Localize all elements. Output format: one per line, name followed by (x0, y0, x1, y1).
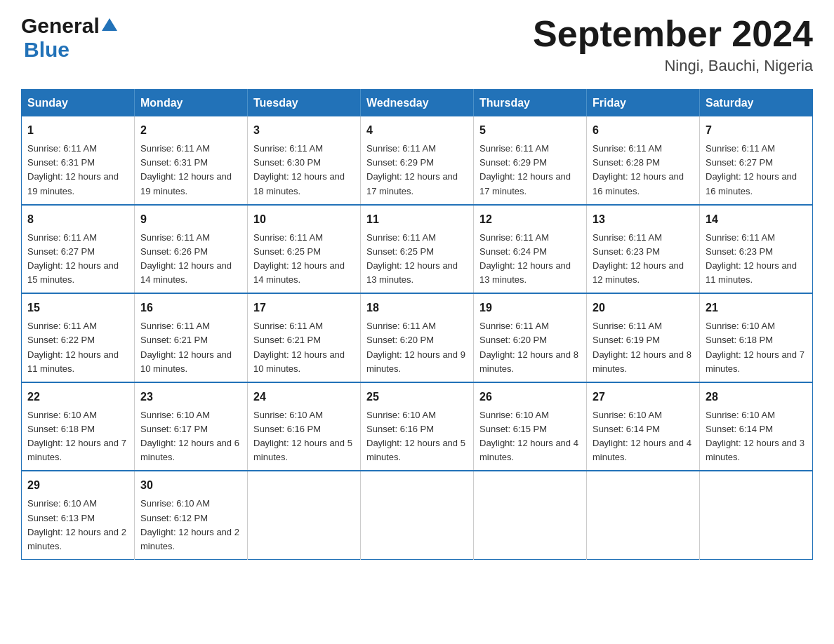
day-number: 7 (706, 122, 807, 139)
table-row: 22Sunrise: 6:10 AMSunset: 6:18 PMDayligh… (22, 382, 135, 471)
day-info: Sunrise: 6:11 AMSunset: 6:20 PMDaylight:… (479, 321, 578, 373)
calendar-table: Sunday Monday Tuesday Wednesday Thursday… (21, 89, 813, 560)
day-number: 26 (479, 389, 581, 405)
day-number: 21 (706, 300, 807, 316)
day-info: Sunrise: 6:10 AMSunset: 6:17 PMDaylight:… (140, 410, 239, 462)
day-info: Sunrise: 6:10 AMSunset: 6:15 PMDaylight:… (479, 410, 578, 462)
day-number: 2 (140, 122, 241, 139)
svg-marker-0 (102, 18, 117, 31)
table-row: 24Sunrise: 6:10 AMSunset: 6:16 PMDayligh… (248, 382, 361, 471)
table-row: 29Sunrise: 6:10 AMSunset: 6:13 PMDayligh… (22, 471, 135, 559)
day-info: Sunrise: 6:11 AMSunset: 6:31 PMDaylight:… (140, 143, 232, 196)
calendar-week-row: 15Sunrise: 6:11 AMSunset: 6:22 PMDayligh… (22, 293, 813, 382)
day-number: 15 (27, 300, 128, 316)
day-number: 20 (593, 300, 694, 316)
day-info: Sunrise: 6:11 AMSunset: 6:23 PMDaylight:… (593, 232, 684, 285)
table-row (700, 471, 813, 559)
day-info: Sunrise: 6:10 AMSunset: 6:12 PMDaylight:… (140, 498, 239, 551)
table-row: 14Sunrise: 6:11 AMSunset: 6:23 PMDayligh… (700, 205, 813, 294)
day-info: Sunrise: 6:10 AMSunset: 6:18 PMDaylight:… (706, 321, 805, 373)
day-number: 3 (253, 122, 355, 139)
day-number: 9 (140, 211, 241, 228)
header-saturday: Saturday (700, 90, 813, 117)
day-number: 27 (593, 389, 694, 405)
table-row: 25Sunrise: 6:10 AMSunset: 6:16 PMDayligh… (361, 382, 474, 471)
header-wednesday: Wednesday (361, 90, 474, 117)
day-info: Sunrise: 6:11 AMSunset: 6:23 PMDaylight:… (706, 232, 797, 285)
table-row: 13Sunrise: 6:11 AMSunset: 6:23 PMDayligh… (587, 205, 700, 294)
table-row: 20Sunrise: 6:11 AMSunset: 6:19 PMDayligh… (587, 293, 700, 382)
day-info: Sunrise: 6:10 AMSunset: 6:13 PMDaylight:… (27, 498, 126, 551)
table-row: 19Sunrise: 6:11 AMSunset: 6:20 PMDayligh… (474, 293, 587, 382)
table-row (587, 471, 700, 559)
table-row: 12Sunrise: 6:11 AMSunset: 6:24 PMDayligh… (474, 205, 587, 294)
header-tuesday: Tuesday (248, 90, 361, 117)
calendar-title: September 2024 (533, 14, 813, 54)
day-info: Sunrise: 6:11 AMSunset: 6:20 PMDaylight:… (366, 321, 465, 373)
day-number: 14 (706, 211, 807, 228)
header-sunday: Sunday (22, 90, 135, 117)
day-number: 23 (140, 389, 241, 405)
calendar-location: Ningi, Bauchi, Nigeria (533, 57, 813, 75)
table-row: 15Sunrise: 6:11 AMSunset: 6:22 PMDayligh… (22, 293, 135, 382)
table-row: 27Sunrise: 6:10 AMSunset: 6:14 PMDayligh… (587, 382, 700, 471)
calendar-week-row: 29Sunrise: 6:10 AMSunset: 6:13 PMDayligh… (22, 471, 813, 559)
logo-triangle-icon (102, 18, 117, 34)
header-monday: Monday (135, 90, 248, 117)
day-info: Sunrise: 6:11 AMSunset: 6:22 PMDaylight:… (27, 321, 119, 373)
table-row: 28Sunrise: 6:10 AMSunset: 6:14 PMDayligh… (700, 382, 813, 471)
day-info: Sunrise: 6:11 AMSunset: 6:31 PMDaylight:… (27, 143, 119, 196)
day-number: 30 (140, 477, 241, 494)
day-number: 11 (366, 211, 468, 228)
day-number: 13 (593, 211, 694, 228)
table-row: 6Sunrise: 6:11 AMSunset: 6:28 PMDaylight… (587, 116, 700, 205)
table-row (248, 471, 361, 559)
day-number: 12 (479, 211, 581, 228)
table-row: 10Sunrise: 6:11 AMSunset: 6:25 PMDayligh… (248, 205, 361, 294)
calendar-week-row: 8Sunrise: 6:11 AMSunset: 6:27 PMDaylight… (22, 205, 813, 294)
day-number: 8 (27, 211, 128, 228)
table-row (474, 471, 587, 559)
table-row: 3Sunrise: 6:11 AMSunset: 6:30 PMDaylight… (248, 116, 361, 205)
day-info: Sunrise: 6:11 AMSunset: 6:29 PMDaylight:… (479, 143, 571, 196)
calendar-week-row: 1Sunrise: 6:11 AMSunset: 6:31 PMDaylight… (22, 116, 813, 205)
table-row: 30Sunrise: 6:10 AMSunset: 6:12 PMDayligh… (135, 471, 248, 559)
table-row: 17Sunrise: 6:11 AMSunset: 6:21 PMDayligh… (248, 293, 361, 382)
page-header: General Blue September 2024 Ningi, Bauch… (21, 14, 813, 75)
header-thursday: Thursday (474, 90, 587, 117)
logo-blue-text: Blue (24, 38, 70, 61)
table-row: 7Sunrise: 6:11 AMSunset: 6:27 PMDaylight… (700, 116, 813, 205)
calendar-header-row: Sunday Monday Tuesday Wednesday Thursday… (22, 90, 813, 117)
day-info: Sunrise: 6:11 AMSunset: 6:24 PMDaylight:… (479, 232, 571, 285)
day-number: 1 (27, 122, 128, 139)
table-row: 2Sunrise: 6:11 AMSunset: 6:31 PMDaylight… (135, 116, 248, 205)
day-number: 29 (27, 477, 128, 494)
day-number: 18 (366, 300, 468, 316)
day-info: Sunrise: 6:10 AMSunset: 6:16 PMDaylight:… (366, 410, 465, 462)
table-row: 8Sunrise: 6:11 AMSunset: 6:27 PMDaylight… (22, 205, 135, 294)
day-number: 22 (27, 389, 128, 405)
day-number: 19 (479, 300, 581, 316)
day-number: 16 (140, 300, 241, 316)
table-row (361, 471, 474, 559)
day-info: Sunrise: 6:11 AMSunset: 6:28 PMDaylight:… (593, 143, 684, 196)
table-row: 1Sunrise: 6:11 AMSunset: 6:31 PMDaylight… (22, 116, 135, 205)
day-info: Sunrise: 6:11 AMSunset: 6:30 PMDaylight:… (253, 143, 345, 196)
day-info: Sunrise: 6:11 AMSunset: 6:25 PMDaylight:… (253, 232, 345, 285)
logo: General Blue (21, 14, 117, 62)
day-info: Sunrise: 6:11 AMSunset: 6:27 PMDaylight:… (27, 232, 119, 285)
day-info: Sunrise: 6:11 AMSunset: 6:27 PMDaylight:… (706, 143, 797, 196)
day-number: 25 (366, 389, 468, 405)
day-number: 17 (253, 300, 355, 316)
day-info: Sunrise: 6:11 AMSunset: 6:26 PMDaylight:… (140, 232, 232, 285)
day-info: Sunrise: 6:11 AMSunset: 6:21 PMDaylight:… (140, 321, 232, 373)
day-info: Sunrise: 6:11 AMSunset: 6:29 PMDaylight:… (366, 143, 458, 196)
title-block: September 2024 Ningi, Bauchi, Nigeria (533, 14, 813, 75)
day-number: 5 (479, 122, 581, 139)
day-number: 10 (253, 211, 355, 228)
calendar-week-row: 22Sunrise: 6:10 AMSunset: 6:18 PMDayligh… (22, 382, 813, 471)
day-info: Sunrise: 6:10 AMSunset: 6:16 PMDaylight:… (253, 410, 352, 462)
day-number: 4 (366, 122, 468, 139)
table-row: 26Sunrise: 6:10 AMSunset: 6:15 PMDayligh… (474, 382, 587, 471)
logo-general-text: General (21, 14, 100, 38)
